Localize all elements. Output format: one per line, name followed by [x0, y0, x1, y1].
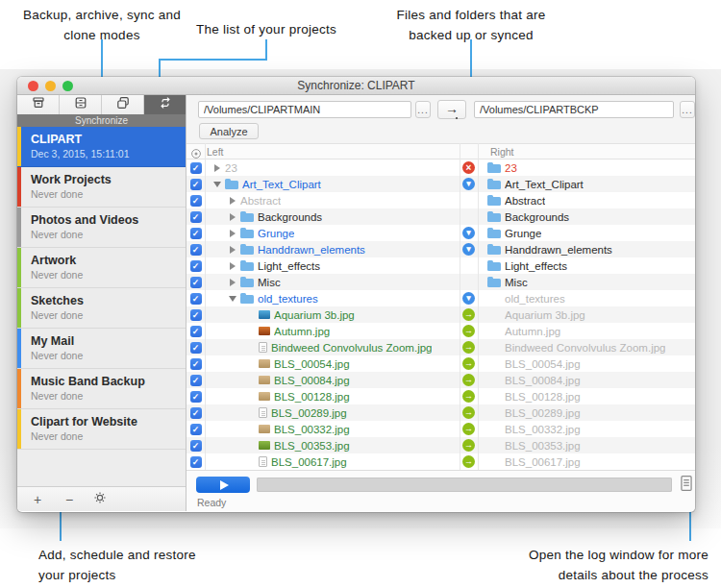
project-item[interactable]: CLIPART Dec 3, 2015, 15:11:01: [17, 127, 186, 167]
gear-icon[interactable]: [93, 491, 107, 508]
file-right-cell[interactable]: Grunge: [478, 228, 695, 239]
file-left-cell[interactable]: 23: [205, 162, 460, 174]
file-row[interactable]: Backgrounds Backgrounds: [186, 208, 695, 225]
file-row[interactable]: 23 × 23: [186, 159, 695, 176]
expander-icon[interactable]: [229, 197, 236, 205]
file-right-cell[interactable]: Handdrawn_elements: [478, 244, 695, 256]
tab-archive[interactable]: [60, 95, 102, 114]
file-row[interactable]: Bindweed Convolvulus Zoom.jpg → Bindweed…: [186, 339, 695, 355]
file-right-cell[interactable]: Backgrounds: [478, 211, 695, 223]
checkbox[interactable]: [190, 375, 202, 386]
checkbox[interactable]: [190, 244, 202, 256]
file-right-cell[interactable]: Misc: [478, 277, 695, 288]
file-row[interactable]: Grunge ▾ Grunge: [186, 225, 695, 241]
file-right-cell[interactable]: Abstract: [478, 195, 695, 207]
right-column-header[interactable]: Right: [490, 146, 514, 158]
file-right-cell[interactable]: Aquarium 3b.jpg: [478, 309, 695, 321]
checkbox[interactable]: [190, 260, 202, 272]
file-row[interactable]: old_textures ▾ old_textures: [186, 290, 695, 306]
project-item[interactable]: Work Projects Never done: [17, 167, 186, 208]
file-right-cell[interactable]: Light_effects: [478, 260, 695, 272]
file-left-cell[interactable]: Handdrawn_elements: [205, 244, 460, 256]
file-right-cell[interactable]: BLS_00617.jpg: [478, 456, 695, 468]
file-right-cell[interactable]: Autumn.jpg: [478, 326, 695, 337]
file-row[interactable]: Art_Text_Clipart ▾ Art_Text_Clipart: [186, 176, 695, 192]
file-left-cell[interactable]: Grunge: [205, 228, 460, 239]
add-project-button[interactable]: +: [30, 492, 45, 507]
checkbox[interactable]: [190, 195, 202, 207]
file-left-cell[interactable]: Misc: [205, 277, 460, 288]
file-right-cell[interactable]: 23: [478, 162, 695, 174]
file-right-cell[interactable]: Art_Text_Clipart: [478, 179, 695, 190]
file-left-cell[interactable]: Backgrounds: [205, 211, 460, 223]
checkbox[interactable]: [190, 326, 202, 337]
analyze-button[interactable]: Analyze: [199, 123, 259, 139]
zoom-button[interactable]: [62, 81, 73, 91]
tab-backup[interactable]: [17, 95, 60, 114]
destination-path-field[interactable]: [474, 101, 674, 118]
file-row[interactable]: Light_effects Light_effects: [186, 257, 695, 274]
project-item[interactable]: Photos and Videos Never done: [17, 208, 186, 248]
checkbox[interactable]: [190, 228, 202, 239]
file-row[interactable]: BLS_00353.jpg → BLS_00353.jpg: [186, 437, 695, 453]
file-left-cell[interactable]: BLS_00128.jpg: [205, 391, 460, 403]
file-right-cell[interactable]: BLS_00332.jpg: [478, 424, 695, 435]
file-left-cell[interactable]: BLS_00617.jpg: [205, 456, 460, 468]
tab-clone[interactable]: [102, 95, 144, 114]
file-left-cell[interactable]: BLS_00084.jpg: [205, 375, 460, 386]
title-bar[interactable]: Synchronize: CLIPART: [17, 77, 695, 95]
expander-icon[interactable]: [213, 164, 221, 172]
expander-icon[interactable]: [229, 279, 236, 286]
log-icon[interactable]: [679, 475, 694, 496]
expander-icon[interactable]: [213, 181, 221, 188]
checkbox[interactable]: [190, 424, 202, 435]
file-row[interactable]: BLS_00332.jpg → BLS_00332.jpg: [186, 421, 695, 437]
file-right-cell[interactable]: BLS_00054.jpg: [478, 358, 695, 370]
checkbox[interactable]: [190, 179, 202, 190]
project-item[interactable]: My Mail Never done: [17, 329, 186, 369]
file-left-cell[interactable]: BLS_00332.jpg: [205, 424, 460, 435]
file-right-cell[interactable]: BLS_00084.jpg: [478, 375, 695, 386]
checkbox[interactable]: [190, 211, 202, 223]
source-path-field[interactable]: [198, 101, 411, 118]
file-left-cell[interactable]: BLS_00289.jpg: [205, 407, 460, 419]
file-row[interactable]: Abstract Abstract: [186, 192, 695, 208]
checkbox[interactable]: [190, 162, 202, 174]
sync-direction-button[interactable]: →: [437, 100, 466, 119]
file-row[interactable]: Autumn.jpg → Autumn.jpg: [186, 323, 695, 339]
checkbox[interactable]: [190, 277, 202, 288]
expander-icon[interactable]: [229, 295, 236, 303]
file-right-cell[interactable]: BLS_00353.jpg: [478, 440, 695, 452]
file-right-cell[interactable]: Bindweed Convolvulus Zoom.jpg: [478, 342, 695, 354]
file-row[interactable]: BLS_00128.jpg → BLS_00128.jpg: [186, 388, 695, 404]
expander-icon[interactable]: [229, 230, 236, 237]
remove-project-button[interactable]: −: [62, 492, 77, 507]
file-row[interactable]: Misc Misc: [186, 274, 695, 290]
checkbox[interactable]: [190, 342, 202, 354]
file-right-cell[interactable]: old_textures: [478, 293, 695, 305]
file-row[interactable]: BLS_00084.jpg → BLS_00084.jpg: [186, 372, 695, 388]
file-left-cell[interactable]: BLS_00353.jpg: [205, 440, 460, 452]
checkbox[interactable]: [190, 391, 202, 403]
file-right-cell[interactable]: BLS_00128.jpg: [478, 391, 695, 403]
file-row[interactable]: BLS_00054.jpg → BLS_00054.jpg: [186, 355, 695, 372]
file-left-cell[interactable]: Art_Text_Clipart: [205, 179, 460, 190]
checkbox[interactable]: [190, 293, 202, 305]
file-left-cell[interactable]: old_textures: [205, 293, 460, 305]
expander-icon[interactable]: [229, 262, 236, 270]
file-left-cell[interactable]: Abstract: [205, 195, 460, 207]
file-left-cell[interactable]: BLS_00054.jpg: [205, 358, 460, 370]
project-item[interactable]: Clipart for Website Never done: [17, 409, 186, 450]
file-left-cell[interactable]: Light_effects: [205, 260, 460, 272]
file-row[interactable]: BLS_00289.jpg → BLS_00289.jpg: [186, 404, 695, 421]
checkbox[interactable]: [190, 407, 202, 419]
expander-icon[interactable]: [229, 246, 236, 254]
browse-destination-button[interactable]: ...: [680, 101, 695, 118]
project-item[interactable]: Music Band Backup Never done: [17, 369, 186, 409]
file-left-cell[interactable]: Bindweed Convolvulus Zoom.jpg: [205, 342, 460, 354]
run-sync-button[interactable]: [196, 477, 250, 493]
checkbox[interactable]: [190, 440, 202, 452]
file-row[interactable]: BLS_00617.jpg → BLS_00617.jpg: [186, 453, 695, 470]
file-left-cell[interactable]: Aquarium 3b.jpg: [205, 309, 460, 321]
checkbox[interactable]: [190, 358, 202, 370]
